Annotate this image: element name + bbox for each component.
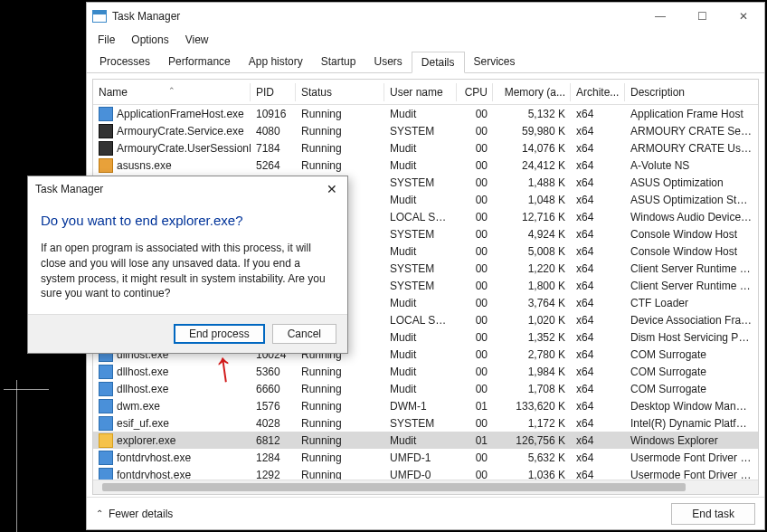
process-user: Mudit xyxy=(384,366,457,378)
tab-startup[interactable]: Startup xyxy=(312,52,365,72)
table-row[interactable]: dwm.exe1576RunningDWM-101133,620 Kx64Des… xyxy=(93,397,758,414)
col-mem[interactable]: Memory (a... xyxy=(493,80,571,105)
table-row[interactable]: fontdrvhost.exe1284RunningUMFD-1005,632 … xyxy=(93,449,758,466)
horizontal-scrollbar[interactable] xyxy=(93,480,758,494)
dialog-footer: End process Cancel xyxy=(28,314,347,353)
process-status: Running xyxy=(296,142,384,155)
end-task-button[interactable]: End task xyxy=(671,503,755,525)
titlebar[interactable]: Task Manager — ☐ ✕ xyxy=(87,3,764,30)
process-arch: x64 xyxy=(571,159,625,172)
process-user: UMFD-1 xyxy=(384,451,457,464)
process-description: Client Server Runtime Proc xyxy=(625,262,758,275)
process-cpu: 00 xyxy=(457,366,493,378)
process-description: COM Surrogate xyxy=(625,366,758,378)
cancel-button[interactable]: Cancel xyxy=(272,324,336,344)
process-cpu: 00 xyxy=(457,417,493,430)
table-row[interactable]: dllhost.exe6660RunningMudit001,708 Kx64C… xyxy=(93,380,758,397)
process-cpu: 00 xyxy=(457,331,493,344)
table-row[interactable]: fontdrvhost.exe1292RunningUMFD-0001,036 … xyxy=(93,466,758,480)
col-cpu[interactable]: CPU xyxy=(457,80,493,105)
process-name: esif_uf.exe xyxy=(117,417,169,430)
chevron-up-icon: ⌃ xyxy=(96,508,103,518)
process-icon xyxy=(99,107,113,121)
tab-details[interactable]: Details xyxy=(412,52,465,73)
process-cpu: 00 xyxy=(457,314,493,327)
dialog-body-text: If an open program is associated with th… xyxy=(41,241,335,301)
table-row[interactable]: dllhost.exe5360RunningMudit001,984 Kx64C… xyxy=(93,363,758,380)
fewer-details-button[interactable]: ⌃ Fewer details xyxy=(96,508,173,520)
col-desc[interactable]: Description xyxy=(625,80,758,105)
col-arch[interactable]: Archite... xyxy=(571,80,625,105)
menu-file[interactable]: File xyxy=(90,32,122,48)
col-status[interactable]: Status xyxy=(296,80,384,105)
tab-users[interactable]: Users xyxy=(365,52,411,72)
process-memory: 1,048 K xyxy=(493,194,571,206)
dialog-titlebar[interactable]: Task Manager ✕ xyxy=(28,176,347,202)
process-pid: 7184 xyxy=(251,142,296,155)
process-description: Windows Audio Device Gr xyxy=(625,211,758,223)
process-name: ArmouryCrate.UserSessionH... xyxy=(117,142,251,155)
process-memory: 5,132 K xyxy=(493,108,571,120)
process-icon xyxy=(99,399,113,413)
end-process-button[interactable]: End process xyxy=(174,324,265,344)
table-row[interactable]: ArmouryCrate.Service.exe4080RunningSYSTE… xyxy=(93,122,758,139)
col-user[interactable]: User name xyxy=(384,80,457,105)
process-description: Usermode Font Driver Hos xyxy=(625,469,758,480)
process-name: ApplicationFrameHost.exe xyxy=(117,108,244,120)
close-button[interactable]: ✕ xyxy=(723,3,764,30)
process-user: Mudit xyxy=(384,331,457,344)
menu-options[interactable]: Options xyxy=(124,32,175,48)
table-row[interactable]: esif_uf.exe4028RunningSYSTEM001,172 Kx64… xyxy=(93,414,758,432)
process-memory: 1,020 K xyxy=(493,314,571,327)
process-user: SYSTEM xyxy=(384,125,457,138)
process-cpu: 00 xyxy=(457,451,493,464)
process-pid: 10916 xyxy=(251,108,296,120)
process-arch: x64 xyxy=(571,383,625,395)
menu-view[interactable]: View xyxy=(178,32,216,48)
process-arch: x64 xyxy=(571,194,625,206)
process-status: Running xyxy=(296,434,384,447)
tabbar: Processes Performance App history Startu… xyxy=(87,52,764,73)
tab-app-history[interactable]: App history xyxy=(240,52,312,72)
process-arch: x64 xyxy=(571,366,625,378)
process-icon xyxy=(99,158,113,173)
dialog-main-text: Do you want to end explorer.exe? xyxy=(41,213,335,228)
process-status: Running xyxy=(296,159,384,172)
process-arch: x64 xyxy=(571,125,625,138)
col-name[interactable]: ⌃Name xyxy=(93,80,251,105)
tab-performance[interactable]: Performance xyxy=(159,52,240,72)
confirm-dialog: Task Manager ✕ Do you want to end explor… xyxy=(27,176,348,354)
process-description: ARMOURY CRATE Service xyxy=(625,125,758,138)
process-memory: 59,980 K xyxy=(493,125,571,138)
tab-services[interactable]: Services xyxy=(465,52,525,72)
process-memory: 14,076 K xyxy=(493,142,571,155)
table-row[interactable]: ArmouryCrate.UserSessionH...7184RunningM… xyxy=(93,139,758,157)
table-row[interactable]: asusns.exe5264RunningMudit0024,412 Kx64A… xyxy=(93,157,758,174)
process-memory: 1,352 K xyxy=(493,331,571,344)
process-arch: x64 xyxy=(571,245,625,258)
dialog-close-button[interactable]: ✕ xyxy=(317,182,347,196)
window-title: Task Manager xyxy=(112,10,180,23)
minimize-button[interactable]: — xyxy=(639,3,681,30)
process-icon xyxy=(99,365,113,379)
process-cpu: 00 xyxy=(457,469,493,480)
table-row[interactable]: explorer.exe6812RunningMudit01126,756 Kx… xyxy=(93,432,758,449)
process-user: Mudit xyxy=(384,159,457,172)
maximize-button[interactable]: ☐ xyxy=(681,3,723,30)
process-name: dwm.exe xyxy=(117,400,160,413)
table-row[interactable]: ApplicationFrameHost.exe10916RunningMudi… xyxy=(93,105,758,122)
col-pid[interactable]: PID xyxy=(251,80,296,105)
process-description: ARMOURY CRATE User Ses xyxy=(625,142,758,155)
process-memory: 2,780 K xyxy=(493,348,571,361)
process-user: Mudit xyxy=(384,348,457,361)
tab-processes[interactable]: Processes xyxy=(90,52,159,72)
sort-ascending-icon: ⌃ xyxy=(168,80,175,103)
process-pid: 5264 xyxy=(251,159,296,172)
process-pid: 1292 xyxy=(251,469,296,480)
process-cpu: 00 xyxy=(457,108,493,120)
process-arch: x64 xyxy=(571,297,625,309)
process-pid: 5360 xyxy=(251,366,296,378)
process-user: Mudit xyxy=(384,245,457,258)
process-status: Running xyxy=(296,417,384,430)
process-memory: 133,620 K xyxy=(493,400,571,413)
